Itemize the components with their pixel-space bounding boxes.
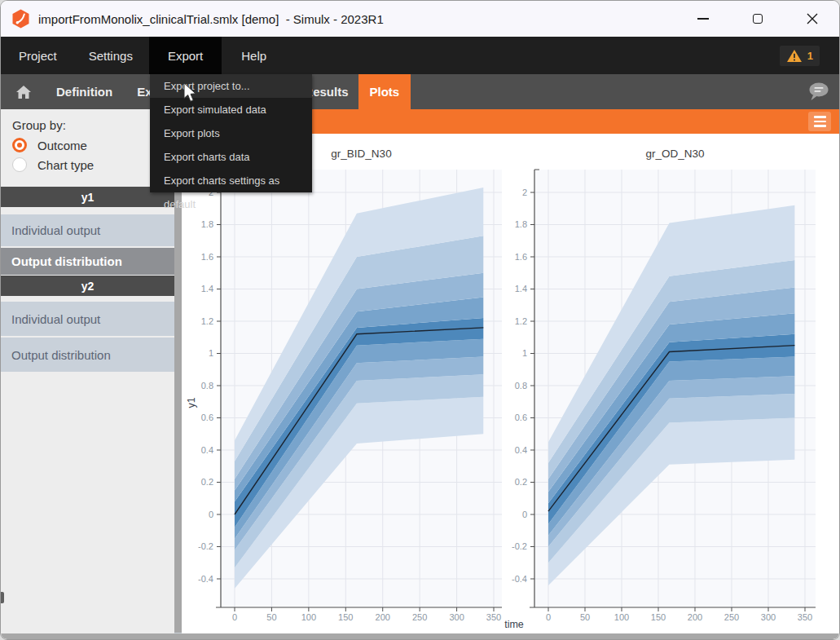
svg-text:200: 200 (376, 612, 390, 622)
svg-text:1.8: 1.8 (201, 219, 213, 229)
svg-text:350: 350 (798, 612, 812, 622)
svg-text:0.2: 0.2 (515, 477, 527, 487)
svg-text:-0.4: -0.4 (198, 574, 213, 584)
maximize-button[interactable] (730, 1, 785, 37)
svg-text:100: 100 (614, 612, 629, 622)
svg-text:-0.2: -0.2 (512, 541, 527, 551)
app-window: importFromMonolix_clinicalTrial.smlx [de… (0, 0, 840, 640)
sidebar-item-y2-individual-output[interactable]: Individual output (1, 302, 174, 336)
radio-outcome[interactable]: Outcome (12, 138, 163, 152)
svg-text:2: 2 (522, 188, 527, 197)
sidebar: Group by: Outcome Chart type y1 Individu… (1, 109, 174, 640)
menu-item-export-project-to[interactable]: Export project to... (150, 74, 312, 98)
svg-text:0.8: 0.8 (201, 381, 213, 391)
sidebar-item-y1-output-distribution[interactable]: Output distribution (1, 248, 174, 275)
title-bar: importFromMonolix_clinicalTrial.smlx [de… (1, 1, 839, 37)
feedback-button[interactable] (807, 82, 829, 102)
chart-title: gr_OD_N30 (645, 148, 704, 160)
warning-badge[interactable]: 1 (780, 46, 820, 66)
svg-text:200: 200 (688, 612, 702, 622)
svg-text:150: 150 (338, 612, 353, 622)
svg-text:0.6: 0.6 (515, 413, 527, 422)
svg-text:-0.4: -0.4 (512, 574, 527, 584)
radio-chart-type-control[interactable] (12, 157, 27, 172)
svg-text:1.4: 1.4 (515, 284, 527, 294)
menu-help[interactable]: Help (241, 49, 266, 63)
svg-text:1.6: 1.6 (515, 252, 527, 262)
svg-text:1.6: 1.6 (201, 252, 213, 262)
menu-settings[interactable]: Settings (89, 49, 133, 63)
svg-text:0: 0 (546, 612, 551, 622)
minimize-button[interactable] (675, 1, 730, 37)
svg-text:1.2: 1.2 (201, 316, 213, 326)
menu-item-export-charts-data[interactable]: Export charts data (150, 145, 312, 169)
sidebar-section-y2[interactable]: y2 (1, 276, 174, 296)
window-title: importFromMonolix_clinicalTrial.smlx [de… (38, 12, 384, 26)
home-icon (15, 85, 32, 99)
minimize-icon (697, 18, 709, 20)
svg-text:150: 150 (651, 612, 666, 622)
svg-text:0: 0 (209, 510, 213, 519)
svg-text:300: 300 (761, 612, 776, 622)
svg-text:0.2: 0.2 (201, 477, 213, 487)
hamburger-icon (814, 116, 826, 118)
svg-text:1.2: 1.2 (515, 316, 527, 326)
content-area: Group by: Outcome Chart type y1 Individu… (1, 109, 839, 640)
menu-item-export-charts-settings[interactable]: Export charts settings as default (150, 169, 312, 192)
radio-outcome-label: Outcome (37, 139, 87, 152)
menu-export[interactable]: Export (149, 37, 222, 74)
menu-project[interactable]: Project (19, 49, 57, 63)
svg-text:350: 350 (486, 612, 501, 622)
group-by-label: Group by: (12, 118, 163, 132)
menu-item-export-plots[interactable]: Export plots (150, 121, 312, 145)
svg-text:0.6: 0.6 (201, 413, 213, 422)
panel-handle[interactable] (1, 592, 4, 603)
home-button[interactable] (15, 85, 33, 99)
radio-chart-type-label: Chart type (37, 158, 94, 172)
chart-title: gr_BID_N30 (331, 148, 391, 160)
svg-text:0.4: 0.4 (201, 445, 213, 455)
warning-count: 1 (807, 50, 813, 62)
svg-text:50: 50 (580, 612, 590, 622)
comment-bubble-icon (807, 82, 829, 102)
radio-chart-type[interactable]: Chart type (12, 157, 163, 172)
window-controls (675, 1, 839, 37)
svg-text:0: 0 (522, 510, 527, 519)
svg-text:100: 100 (301, 612, 316, 622)
svg-text:0.4: 0.4 (515, 445, 527, 455)
radio-dot (17, 143, 22, 148)
close-button[interactable] (785, 1, 839, 37)
svg-text:300: 300 (449, 612, 464, 622)
svg-text:0: 0 (232, 612, 237, 622)
svg-text:1.4: 1.4 (201, 284, 213, 294)
svg-text:1: 1 (209, 348, 213, 358)
menu-bar: Project Settings Export Help 1 (1, 37, 839, 74)
sidebar-item-y2-output-distribution[interactable]: Output distribution (1, 338, 174, 372)
group-by-panel: Group by: Outcome Chart type (1, 109, 174, 187)
tab-bar: Definition Exploration Simulation Result… (1, 74, 839, 109)
mouse-cursor (183, 83, 201, 103)
plots-canvas[interactable]: 21.81.61.41.210.80.60.40.20-0.2-0.405010… (182, 134, 840, 640)
radio-outcome-control[interactable] (12, 138, 27, 152)
maximize-icon (753, 14, 763, 24)
svg-text:1.8: 1.8 (515, 219, 527, 229)
window-bottom-edge (1, 633, 839, 639)
x-axis-label: time (504, 619, 524, 630)
tab-definition[interactable]: Definition (56, 85, 112, 99)
svg-text:1: 1 (522, 348, 527, 358)
sidebar-section-y1[interactable]: y1 (1, 187, 174, 207)
y-axis-label: y1 (186, 397, 197, 408)
svg-text:50: 50 (266, 612, 276, 622)
svg-text:0.8: 0.8 (515, 381, 527, 391)
sidebar-item-y1-individual-output[interactable]: Individual output (1, 214, 174, 246)
warning-icon (786, 49, 803, 63)
svg-text:250: 250 (412, 612, 427, 622)
svg-text:250: 250 (724, 612, 739, 622)
tab-plots-active[interactable]: Plots (358, 74, 411, 109)
svg-text:-0.2: -0.2 (198, 541, 213, 551)
plots-menu-button[interactable] (808, 112, 831, 131)
menu-item-export-simulated-data[interactable]: Export simulated data (150, 98, 312, 121)
close-icon (807, 13, 818, 24)
simulx-logo-icon (11, 9, 30, 29)
export-dropdown-menu: Export project to... Export simulated da… (150, 74, 312, 192)
